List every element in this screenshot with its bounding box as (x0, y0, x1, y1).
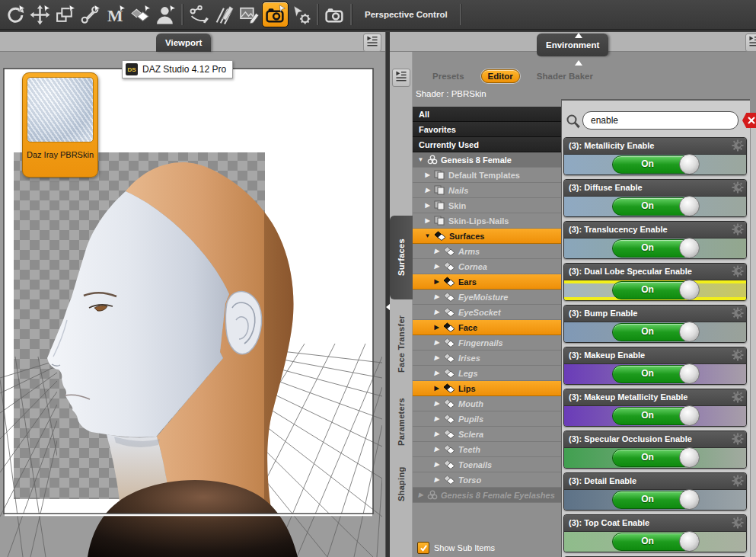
expanded-arrow-icon[interactable]: ▼ (417, 156, 424, 163)
collapsed-arrow-icon[interactable]: ▶ (424, 171, 431, 178)
toggle-knob[interactable] (679, 489, 700, 510)
on-off-toggle[interactable]: On (612, 239, 699, 258)
toggle-knob[interactable] (679, 363, 700, 384)
collapsed-arrow-icon[interactable]: ▶ (433, 354, 440, 361)
figure-tool-button[interactable] (153, 2, 178, 27)
surfaces-panel-menu-button[interactable] (392, 69, 410, 87)
collapsed-arrow-icon[interactable]: ▶ (433, 309, 440, 315)
gear-icon[interactable] (732, 307, 744, 319)
property-slider-track[interactable]: On (564, 197, 746, 216)
collapsed-arrow-icon[interactable]: ▶ (424, 202, 431, 209)
tree-row-cornea[interactable]: ▶Cornea (413, 259, 561, 274)
viewport-3d-view[interactable]: Daz Iray PBRSkin DS DAZ Studio 4.12 Pro (0, 52, 385, 557)
collapsed-arrow-icon[interactable]: ▶ (424, 187, 431, 194)
gear-icon[interactable] (732, 139, 744, 152)
on-off-toggle[interactable]: On (612, 197, 699, 216)
collapsed-arrow-icon[interactable]: ▶ (433, 263, 440, 270)
expanded-arrow-icon[interactable]: ▼ (424, 232, 431, 239)
property-slider-track[interactable]: On (564, 532, 746, 552)
tree-row-irises[interactable]: ▶Irises (413, 351, 561, 366)
weight-map-tool-button[interactable]: M (103, 2, 128, 27)
tree-row-currently-used[interactable]: Currently Used (413, 137, 561, 152)
tree-row-toenails[interactable]: ▶Toenails (413, 457, 561, 472)
collapsed-arrow-icon[interactable]: ▶ (433, 339, 440, 346)
toggle-knob[interactable] (679, 447, 700, 468)
translate-tool-button[interactable] (27, 2, 53, 27)
tree-row-torso[interactable]: ▶Torso (413, 472, 561, 488)
gear-icon[interactable] (732, 391, 744, 403)
tree-row-nails[interactable]: ▶Nails (413, 183, 561, 198)
tab-shader-baker[interactable]: Shader Baker (531, 70, 599, 82)
gear-icon[interactable] (732, 223, 744, 235)
toggle-knob[interactable] (679, 531, 700, 552)
tree-row-lips[interactable]: ▶Lips (413, 381, 561, 396)
property-slider-track[interactable]: On (564, 238, 746, 258)
property-slider-track[interactable]: On (564, 155, 746, 174)
collapsed-arrow-icon[interactable]: ▶ (433, 400, 440, 407)
tree-row-legs[interactable]: ▶Legs (413, 366, 561, 381)
property-slider-track[interactable]: On (564, 406, 746, 426)
image-edit-tool-button[interactable] (237, 2, 262, 27)
toggle-knob[interactable] (679, 405, 700, 426)
search-filter-icon[interactable] (565, 113, 582, 130)
tree-row-eyesocket[interactable]: ▶EyeSocket (413, 305, 561, 320)
tree-row-face[interactable]: ▶Face (413, 320, 561, 335)
on-off-toggle[interactable]: On (612, 281, 699, 299)
show-sub-items-checkbox[interactable] (417, 542, 429, 554)
collapsed-arrow-icon[interactable]: ▶ (433, 476, 440, 483)
environment-panel-menu-button[interactable] (745, 34, 756, 52)
toggle-knob[interactable] (679, 238, 700, 258)
on-off-toggle[interactable]: On (612, 407, 699, 425)
gear-icon[interactable] (732, 349, 744, 361)
tree-row-genesis-8-female-eyelashes[interactable]: ▶Genesis 8 Female Eyelashes (413, 488, 561, 503)
property-slider-track[interactable]: On (564, 322, 746, 342)
collapsed-arrow-icon[interactable]: ▶ (433, 293, 440, 300)
tree-row-all[interactable]: All (413, 107, 561, 122)
tab-editor[interactable]: Editor (481, 69, 520, 83)
tree-row-skin[interactable]: ▶Skin (413, 198, 561, 213)
property-slider-track[interactable]: On (564, 448, 746, 468)
tree-row-teeth[interactable]: ▶Teeth (413, 442, 561, 457)
side-tab-face-transfer[interactable]: Face Transfer (392, 302, 410, 386)
pointer-gear-tool-button[interactable] (289, 2, 314, 27)
search-input[interactable] (582, 111, 738, 130)
tree-row-arms[interactable]: ▶Arms (413, 244, 561, 259)
property-slider-track[interactable]: On (564, 490, 746, 510)
collapsed-arrow-icon[interactable]: ▶ (433, 370, 440, 376)
gear-icon[interactable] (732, 475, 744, 487)
tree-row-fingernails[interactable]: ▶Fingernails (413, 335, 561, 351)
property-slider-track[interactable]: On (564, 364, 746, 384)
shader-preset-card[interactable]: Daz Iray PBRSkin (22, 72, 98, 178)
tree-row-genesis-8-female[interactable]: ▼Genesis 8 Female (413, 152, 561, 168)
clear-search-button[interactable] (742, 113, 756, 128)
on-off-toggle[interactable]: On (612, 491, 699, 509)
tree-row-pupils[interactable]: ▶Pupils (413, 411, 561, 427)
joint-tool-button[interactable] (78, 2, 103, 27)
side-tab-shaping[interactable]: Shaping (392, 459, 410, 510)
collapsed-arrow-icon[interactable]: ▶ (433, 415, 440, 422)
side-tab-surfaces[interactable]: Surfaces (390, 216, 413, 299)
surfaces-tool-button[interactable] (128, 2, 153, 27)
tree-row-skin-lips-nails[interactable]: ▶Skin-Lips-Nails (413, 213, 561, 229)
on-off-toggle[interactable]: On (612, 449, 699, 467)
brush-tool-button[interactable] (212, 2, 237, 27)
toggle-knob[interactable] (679, 196, 700, 216)
gear-icon[interactable] (732, 433, 744, 445)
geometry-tool-button[interactable] (187, 2, 212, 27)
collapsed-arrow-icon[interactable]: ▶ (433, 324, 440, 331)
rotate-tool-button[interactable] (2, 2, 27, 27)
collapsed-arrow-icon[interactable]: ▶ (433, 431, 440, 437)
collapsed-arrow-icon[interactable]: ▶ (433, 278, 440, 285)
tree-row-sclera[interactable]: ▶Sclera (413, 427, 561, 442)
tab-environment[interactable]: Environment (537, 34, 608, 56)
tree-row-mouth[interactable]: ▶Mouth (413, 396, 561, 411)
gear-icon[interactable] (732, 517, 744, 529)
tree-row-surfaces[interactable]: ▼Surfaces (413, 229, 561, 244)
scale-tool-button[interactable] (53, 2, 78, 27)
on-off-toggle[interactable]: On (612, 533, 699, 551)
collapsed-arrow-icon[interactable]: ▶ (433, 385, 440, 392)
toggle-knob[interactable] (679, 154, 700, 174)
toggle-knob[interactable] (679, 280, 700, 300)
on-off-toggle[interactable]: On (612, 155, 699, 174)
property-slider-track[interactable]: On (564, 280, 746, 300)
